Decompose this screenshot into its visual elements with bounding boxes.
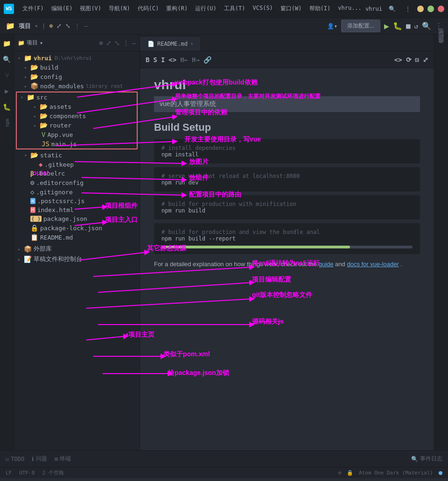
bottom-tab-event-log[interactable]: 🔍 事件日志	[411, 455, 442, 463]
settings-status-icon[interactable]: ⚙	[338, 470, 341, 476]
user-icon[interactable]: 👤▾	[327, 23, 337, 29]
tree-item-router[interactable]: ▸ 📂 router	[17, 120, 137, 130]
search-toolbar-icon[interactable]: 🔍	[422, 21, 431, 30]
bold-tool[interactable]: B	[146, 56, 149, 64]
tab-readme[interactable]: 📄 README.md ×	[140, 36, 201, 51]
panel-close-icon[interactable]: —	[132, 39, 136, 47]
add-config-button[interactable]: 添加配置...	[341, 20, 380, 32]
link-tool[interactable]: 🔗	[203, 56, 211, 64]
indentation: 2 个空格	[42, 469, 63, 476]
build-label: build	[40, 64, 58, 71]
close-button[interactable]	[438, 6, 444, 12]
split-tool[interactable]: ⊟	[415, 56, 419, 64]
sidebar-project-icon[interactable]: 📁	[2, 38, 12, 49]
search-title-icon[interactable]: 🔍	[386, 5, 399, 13]
toolbar-more[interactable]: ⋮	[74, 22, 80, 29]
table1-tool[interactable]: H←	[180, 56, 188, 64]
tree-item-gitkeep[interactable]: ▸ ◆ .gitkeep	[14, 160, 140, 169]
stop-button[interactable]: ■	[406, 21, 411, 30]
collapse-icon[interactable]: ⤡	[65, 22, 70, 29]
line-ending: LF	[6, 470, 12, 476]
table2-tool[interactable]: H→	[192, 56, 200, 64]
menu-run[interactable]: 运行(U)	[192, 4, 219, 14]
rerun-button[interactable]: ↺	[414, 22, 418, 30]
theme-name: Atom One Dark (Material)	[359, 470, 433, 476]
tab-bar: 📄 README.md ×	[140, 35, 434, 51]
menu-window[interactable]: 窗口(W)	[278, 4, 305, 14]
tree-item-assets[interactable]: ▸ 📂 assets	[17, 102, 137, 111]
tree-item-root[interactable]: ▾ 📁 vhrui D:\vhr\vhrui	[14, 53, 140, 63]
tree-item-index-html[interactable]: ▸ H index.html	[14, 205, 140, 214]
menu-edit[interactable]: 编辑(E)	[49, 4, 76, 14]
toolbar-min[interactable]: —	[84, 22, 88, 29]
run-button[interactable]: ▶	[384, 21, 389, 31]
panel-settings-icon[interactable]: ⊕	[99, 39, 103, 47]
readme-title: vhrui	[154, 78, 420, 92]
and-text: and	[335, 261, 347, 268]
tree-item-static[interactable]: ▾ 📂 static	[14, 150, 140, 160]
minimize-button[interactable]	[417, 6, 424, 12]
menu-code[interactable]: 代码(C)	[135, 4, 162, 14]
menu-refactor[interactable]: 重构(R)	[163, 4, 190, 14]
bottom-tab-todo[interactable]: ☑ TODO	[6, 456, 24, 462]
bottom-tab-problems[interactable]: ℹ 问题	[32, 455, 47, 463]
tree-item-editorconfig[interactable]: ▸ ⚙ .editorconfig	[14, 178, 140, 187]
maximize-button[interactable]	[427, 6, 434, 12]
menu-tools[interactable]: 工具(T)	[221, 4, 248, 14]
tree-item-components[interactable]: ▸ 📂 components	[17, 111, 137, 120]
menu-help[interactable]: 帮助(I)	[307, 4, 334, 14]
settings-icon[interactable]: ⊕	[49, 22, 53, 29]
code-tool[interactable]: <>	[168, 56, 176, 64]
strikethrough-tool[interactable]: S	[153, 56, 157, 64]
tree-item-app-vue[interactable]: ▸ V App.vue	[17, 130, 137, 139]
file-panel-actions: ⊕ ⤢ ⤡ ⋮ —	[99, 39, 136, 47]
sidebar-debug-icon[interactable]: 🐛	[2, 102, 12, 112]
root-path: D:\vhr\vhrui	[55, 55, 91, 61]
softwrap-tool[interactable]: ⟳	[406, 56, 412, 64]
italic-tool[interactable]: I	[161, 56, 165, 64]
folder-icon: 📁	[18, 40, 25, 46]
period: .	[400, 261, 402, 268]
tree-item-postcssrc[interactable]: ▸ ≡ .postcssrc.js	[14, 197, 140, 205]
toolbar-right: 👤▾ 添加配置... ▶ 🐛 ■ ↺ 🔍 ⋮	[327, 20, 442, 32]
sidebar-npm-icon[interactable]: npm	[2, 118, 12, 128]
code-build: # build for production with minification…	[154, 195, 420, 219]
tree-item-package-lock[interactable]: ▸ 🔒 package-lock.json	[14, 223, 140, 233]
more-title-icon[interactable]: ⋮	[402, 5, 413, 13]
panel-more-icon[interactable]: ⋮	[123, 39, 129, 47]
tree-item-main-js[interactable]: ▸ JS main.js	[17, 139, 137, 149]
menu-project[interactable]: vhru...	[335, 4, 364, 14]
tree-item-package-json[interactable]: ▸ { } package.json	[14, 214, 140, 223]
tree-item-scratch[interactable]: ▸ 📝 草稿文件和控制台	[14, 254, 140, 264]
guide-link[interactable]: guide	[319, 261, 334, 268]
dropdown-chevron[interactable]: ▾	[40, 40, 43, 46]
menu-view[interactable]: 视图(V)	[77, 4, 104, 14]
panel-collapse-icon[interactable]: ⤡	[114, 39, 120, 47]
tree-item-src[interactable]: ▾ 📁 src	[17, 92, 137, 102]
sidebar-run-icon[interactable]: ▶	[2, 86, 12, 96]
menu-vcs[interactable]: VCS(S)	[250, 4, 276, 14]
tree-item-gitignore[interactable]: ▸ ◇ .gitignore	[14, 187, 140, 197]
fullscreen-tool[interactable]: ⤢	[423, 56, 428, 64]
tree-item-node-modules[interactable]: ▸ 📦 node_modules library root	[14, 81, 140, 91]
package-lock-label: package-lock.json	[40, 225, 102, 232]
dropdown-icon[interactable]: ▾	[35, 22, 38, 29]
bottom-tab-terminal[interactable]: ⊞ 终端	[55, 455, 71, 463]
problems-label: 问题	[36, 455, 47, 463]
sidebar-search-icon[interactable]: 🔍	[2, 54, 12, 64]
expand-icon[interactable]: ⤢	[56, 22, 62, 29]
docs-link[interactable]: docs for vue-loader	[347, 261, 399, 268]
debug-button[interactable]: 🐛	[393, 21, 402, 30]
tab-close-icon[interactable]: ×	[190, 41, 193, 46]
tree-item-config[interactable]: ▸ 📂 config	[14, 72, 140, 81]
menu-file[interactable]: 文件(F)	[20, 4, 47, 14]
preview-tool[interactable]: <>	[394, 56, 402, 64]
sidebar-vcs-icon[interactable]: ⑂	[2, 70, 12, 80]
tree-item-build[interactable]: ▸ 📂 build	[14, 63, 140, 72]
tree-item-external-lib[interactable]: ▸ 📦 外部库	[14, 244, 140, 254]
panel-expand-icon[interactable]: ⤢	[106, 39, 112, 47]
more-actions-icon[interactable]: ⋮	[435, 21, 442, 30]
menu-navigate[interactable]: 导航(N)	[106, 4, 133, 14]
tree-item-babelrc[interactable]: ▸ β .babelrc	[14, 169, 140, 178]
tree-item-readme[interactable]: ▸ 📋 README.md	[14, 233, 140, 242]
